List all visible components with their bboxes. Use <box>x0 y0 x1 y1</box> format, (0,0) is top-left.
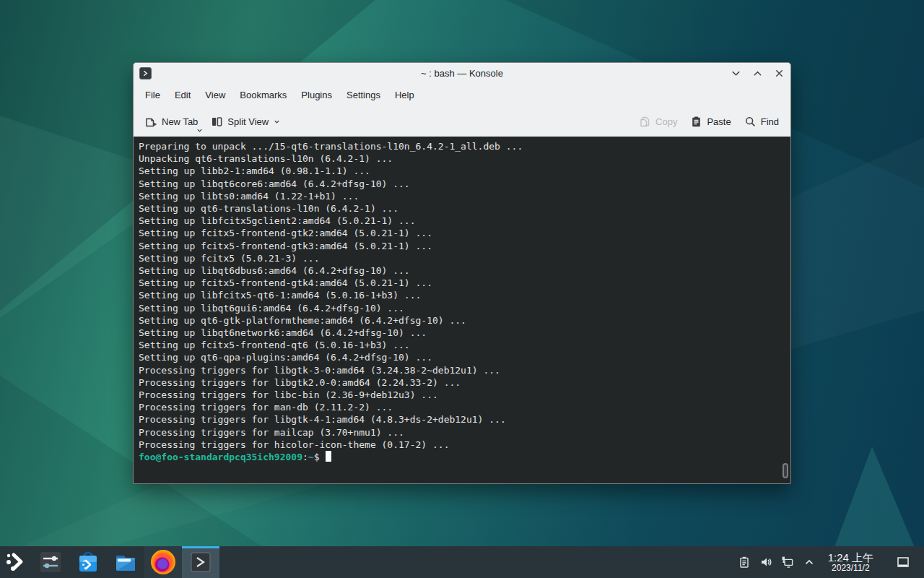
split-view-caret-icon <box>273 118 281 126</box>
konsole-task-icon <box>188 550 213 574</box>
prompt-dollar: $ <box>314 452 320 462</box>
find-button[interactable]: Find <box>740 111 783 132</box>
network-icon[interactable] <box>780 555 795 569</box>
terminal-line: Setting up fcitx5-frontend-gtk3:amd64 (5… <box>139 240 783 252</box>
split-view-icon <box>211 116 223 128</box>
terminal-line: Setting up libts0:amd64 (1.22-1+b1) ... <box>139 190 783 202</box>
menu-item[interactable]: File <box>138 86 167 104</box>
menu-item[interactable]: Settings <box>339 86 388 104</box>
system-tray: 1:24 上午 2023/11/2 <box>737 546 924 578</box>
terminal-line: Processing triggers for libc-bin (2.36-9… <box>139 389 783 401</box>
new-tab-button[interactable]: New Tab <box>141 111 202 132</box>
dolphin-icon <box>113 550 138 574</box>
close-button[interactable] <box>773 68 785 79</box>
terminal-line: Setting up libqt6gui6:amd64 (6.4.2+dfsg-… <box>139 302 783 314</box>
terminal-line: Setting up qt6-translations-l10n (6.4.2-… <box>139 202 783 215</box>
terminal-line: Setting up qt6-qpa-plugins:amd64 (6.4.2+… <box>139 351 783 363</box>
menu-item[interactable]: Plugins <box>294 86 339 104</box>
toolbar: New Tab Split View Copy <box>134 106 790 137</box>
terminal-line: Processing triggers for man-db (2.11.2-2… <box>139 401 783 413</box>
terminal-line: Processing triggers for mailcap (3.70+nm… <box>139 426 783 439</box>
find-label: Find <box>761 116 779 127</box>
terminal-line: Setting up fcitx5-frontend-gtk2:amd64 (5… <box>139 227 783 239</box>
prompt-colon: : <box>302 452 308 462</box>
shell-prompt: foo@foo-standardpcq35ich92009:~$ <box>139 451 783 463</box>
split-view-label: Split View <box>227 116 269 127</box>
show-desktop-icon <box>897 556 910 568</box>
terminal-line: Setting up qt6-gtk-platformtheme:amd64 (… <box>139 314 783 327</box>
prompt-user-host: foo@foo-standardpcq35ich92009 <box>139 452 302 462</box>
discover-icon <box>76 550 100 574</box>
terminal-line: Processing triggers for libgtk-3-0:amd64… <box>139 364 783 376</box>
task-firefox[interactable] <box>144 546 182 578</box>
terminal-scrollbar-thumb[interactable] <box>783 463 788 478</box>
clock-date: 2023/11/2 <box>828 564 873 573</box>
window-controls <box>730 68 785 79</box>
application-launcher-button[interactable] <box>0 546 32 578</box>
copy-button[interactable]: Copy <box>635 111 681 132</box>
task-dolphin[interactable] <box>107 546 144 578</box>
firefox-icon <box>151 550 175 574</box>
menu-item[interactable]: Help <box>388 86 422 104</box>
menu-item[interactable]: Bookmarks <box>232 86 294 104</box>
text-cursor <box>326 451 331 462</box>
window-title: ~ : bash — Konsole <box>134 68 790 79</box>
terminal-view[interactable]: Preparing to unpack .../15-qt6-translati… <box>134 137 790 483</box>
task-konsole[interactable] <box>182 546 219 578</box>
terminal-line: Preparing to unpack .../15-qt6-translati… <box>139 140 783 152</box>
show-desktop-button[interactable] <box>891 556 915 568</box>
system-settings-icon <box>38 550 63 574</box>
new-tab-icon <box>145 116 157 128</box>
terminal-line: Setting up libfcitx5gclient2:amd64 (5.0.… <box>139 215 783 227</box>
menu-bar: FileEditViewBookmarksPluginsSettingsHelp <box>134 84 790 106</box>
copy-label: Copy <box>655 116 677 127</box>
terminal-line: Setting up fcitx5 (5.0.21-3) ... <box>139 252 783 264</box>
terminal-line: Processing triggers for libgtk2.0-0:amd6… <box>139 376 783 389</box>
paste-label: Paste <box>707 116 731 127</box>
menu-item[interactable]: Edit <box>167 86 198 104</box>
copy-icon <box>639 116 651 128</box>
terminal-line: Setting up fcitx5-frontend-qt6 (5.0.16-1… <box>139 339 783 351</box>
terminal-line: Setting up libqt6dbus6:amd64 (6.4.2+dfsg… <box>139 264 783 277</box>
tray-expander-chevron-up-icon[interactable] <box>802 555 816 569</box>
taskbar-panel: 1:24 上午 2023/11/2 <box>0 546 924 578</box>
terminal-output: Preparing to unpack .../15-qt6-translati… <box>139 140 783 451</box>
new-tab-caret-icon <box>196 126 204 134</box>
paste-icon <box>690 116 702 128</box>
minimize-button[interactable] <box>730 68 741 79</box>
prompt-path: ~ <box>308 452 314 462</box>
digital-clock[interactable]: 1:24 上午 2023/11/2 <box>824 552 878 572</box>
paste-button[interactable]: Paste <box>686 111 735 132</box>
task-discover[interactable] <box>69 546 107 578</box>
titlebar[interactable]: ~ : bash — Konsole <box>134 63 790 84</box>
terminal-line: Unpacking qt6-translations-l10n (6.4.2-1… <box>139 152 783 165</box>
terminal-line: Setting up libqt6network6:amd64 (6.4.2+d… <box>139 327 783 339</box>
volume-icon[interactable] <box>759 555 773 569</box>
terminal-line: Setting up fcitx5-frontend-gtk4:amd64 (5… <box>139 277 783 289</box>
terminal-line: Processing triggers for hicolor-icon-the… <box>139 439 783 451</box>
clipboard-icon[interactable] <box>737 555 751 569</box>
terminal-line: Setting up libb2-1:amd64 (0.98.1-1.1) ..… <box>139 165 783 177</box>
application-launcher-icon <box>4 550 28 574</box>
terminal-line: Setting up libqt6core6:amd64 (6.4.2+dfsg… <box>139 178 783 190</box>
task-system-settings[interactable] <box>32 546 69 578</box>
split-view-button[interactable]: Split View <box>206 111 285 132</box>
konsole-window: ~ : bash — Konsole FileEditViewBookmarks… <box>133 62 791 484</box>
menu-item[interactable]: View <box>198 86 232 104</box>
find-icon <box>744 116 757 128</box>
terminal-line: Processing triggers for libgtk-4-1:amd64… <box>139 413 783 426</box>
maximize-button[interactable] <box>751 68 763 79</box>
clock-time: 1:24 上午 <box>828 552 873 564</box>
new-tab-label: New Tab <box>162 116 198 127</box>
terminal-line: Setting up libfcitx5-qt6-1:amd64 (5.0.16… <box>139 289 783 301</box>
